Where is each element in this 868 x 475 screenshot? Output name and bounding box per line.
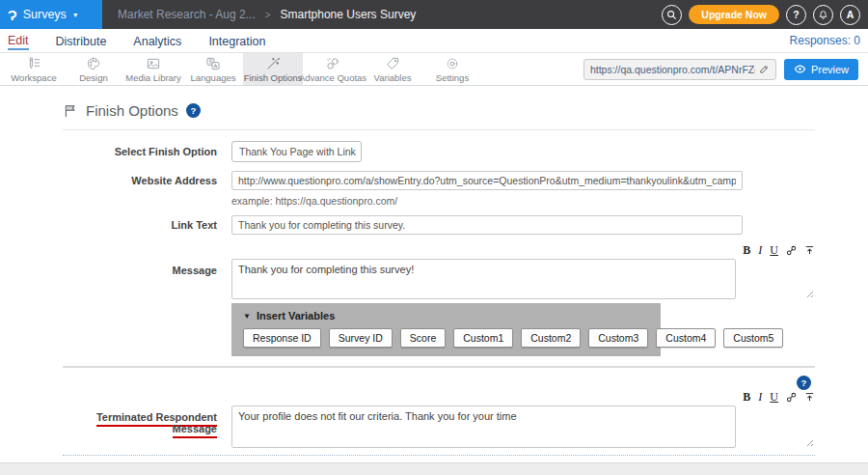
toolbar-item-label: Settings <box>436 72 469 83</box>
notifications-button[interactable] <box>813 5 833 25</box>
responses-count[interactable]: Responses: 0 <box>790 34 860 47</box>
toolbar-item-variables[interactable]: Variables <box>363 53 422 85</box>
toolbar-item-label: Languages <box>190 72 235 83</box>
breadcrumb-folder[interactable]: Market Research - Aug 2... <box>118 8 256 21</box>
toolbar-item-finish-options[interactable]: Finish Options <box>243 53 303 85</box>
tab-edit[interactable]: Edit <box>8 32 29 50</box>
insert-variables-buttons: Response ID Survey ID Score Custom1 Cust… <box>243 328 649 348</box>
product-switcher[interactable]: Ɂ Surveys ▼ <box>0 0 102 29</box>
toolbar-item-label: Design <box>79 72 108 83</box>
questionpro-logo-icon: Ɂ <box>8 8 17 22</box>
palette-icon <box>86 56 101 71</box>
variable-button-response-id[interactable]: Response ID <box>243 328 321 348</box>
save-row: Save Changes <box>63 455 815 462</box>
upload-image-icon <box>804 392 815 403</box>
insert-image-button[interactable] <box>804 392 815 403</box>
variable-button-custom1[interactable]: Custom1 <box>453 328 513 348</box>
toolbar-item-settings[interactable]: Settings <box>422 53 482 85</box>
footer-strip <box>0 462 868 475</box>
toolbar-item-advance-quotas[interactable]: Advance Quotas <box>303 53 363 85</box>
tag-icon <box>385 56 400 71</box>
workspace-icon <box>26 56 41 71</box>
question-mark-icon: ? <box>793 10 799 20</box>
underline-button[interactable]: U <box>770 244 778 256</box>
tab-analytics[interactable]: Analytics <box>133 33 181 49</box>
edit-toolbar: Workspace Design Media Library Languages… <box>0 53 868 86</box>
topbar-actions: Upgrade Now ? A <box>662 5 868 25</box>
tab-integration[interactable]: Integration <box>208 33 265 49</box>
insert-link-button[interactable] <box>786 392 797 403</box>
preview-button-label: Preview <box>811 64 849 75</box>
finish-flag-icon <box>63 103 78 119</box>
toolbar-item-label: Finish Options <box>244 72 303 83</box>
terminated-help-row: ? <box>63 368 815 390</box>
terminated-message-label: Terminated Respondent Message <box>63 390 231 434</box>
finish-option-select[interactable]: Thank You Page with Link <box>231 141 362 162</box>
edit-url-button[interactable] <box>759 64 770 74</box>
pencil-icon <box>759 64 770 74</box>
avatar-button[interactable]: A <box>840 5 860 25</box>
italic-button[interactable]: I <box>758 391 762 403</box>
variable-button-score[interactable]: Score <box>400 328 446 348</box>
bell-icon <box>818 10 828 20</box>
insert-variables-toggle[interactable]: ▼ Insert Variables <box>243 310 649 321</box>
breadcrumb-survey-name[interactable]: Smartphone Users Survey <box>281 8 417 21</box>
top-bar: Ɂ Surveys ▼ Market Research - Aug 2... >… <box>0 0 868 29</box>
eye-icon <box>794 63 806 75</box>
help-button[interactable]: ? <box>786 5 806 25</box>
toolbar-item-media-library[interactable]: Media Library <box>123 53 183 85</box>
survey-url-value: https://qa.questionpro.com/t/APNrFZgQ <box>590 64 755 75</box>
upload-image-icon <box>804 245 815 256</box>
website-address-label: Website Address <box>63 171 231 186</box>
variable-button-survey-id[interactable]: Survey ID <box>329 328 393 348</box>
caret-down-icon: ▼ <box>243 312 251 321</box>
link-text-label: Link Text <box>63 219 231 231</box>
caret-down-icon: ▼ <box>72 12 79 18</box>
terminated-message-textarea[interactable]: Your profile does not fit our criteria. … <box>231 405 736 448</box>
message-row: Message B I U Thank you for <box>63 243 815 356</box>
terminated-help-icon[interactable]: ? <box>797 376 811 390</box>
insert-variables-title: Insert Variables <box>257 310 335 321</box>
survey-url-field[interactable]: https://qa.questionpro.com/t/APNrFZgQ <box>583 59 776 80</box>
resize-handle[interactable] <box>804 437 813 446</box>
breadcrumb: Market Research - Aug 2... > Smartphone … <box>102 8 662 21</box>
bold-button[interactable]: B <box>743 391 750 403</box>
preview-button[interactable]: Preview <box>784 59 858 80</box>
terminated-message-row: Terminated Respondent Message B I U <box>63 390 815 448</box>
magic-wand-icon <box>265 56 281 71</box>
breadcrumb-separator: > <box>265 10 271 20</box>
upgrade-now-button[interactable]: Upgrade Now <box>689 5 779 24</box>
select-finish-option-label: Select Finish Option <box>63 146 231 157</box>
link-icon <box>786 392 797 403</box>
italic-button[interactable]: I <box>758 244 762 256</box>
toolbar-item-label: Workspace <box>11 72 56 83</box>
toolbar-item-label: Advance Quotas <box>299 72 366 83</box>
toolbar-item-workspace[interactable]: Workspace <box>4 53 64 85</box>
link-icon <box>786 245 797 256</box>
variable-button-custom5[interactable]: Custom5 <box>723 328 783 348</box>
finish-options-panel: Finish Options ? Select Finish Option Th… <box>0 86 868 462</box>
toolbar-item-languages[interactable]: Languages <box>183 53 243 85</box>
finish-options-help-icon[interactable]: ? <box>186 103 201 118</box>
survey-nav-tabs: Edit Distribute Analytics Integration <box>8 32 265 50</box>
variable-button-custom4[interactable]: Custom4 <box>656 328 716 348</box>
search-icon <box>666 10 677 20</box>
toolbar-item-label: Media Library <box>125 72 181 83</box>
search-button[interactable] <box>662 5 682 25</box>
translate-icon <box>205 56 221 71</box>
section-title-row: Finish Options ? <box>63 86 815 130</box>
resize-handle[interactable] <box>804 289 813 297</box>
variable-button-custom3[interactable]: Custom3 <box>588 328 648 348</box>
message-textarea[interactable]: Thank you for completing this survey! <box>231 259 736 299</box>
bold-button[interactable]: B <box>743 244 750 256</box>
underline-button[interactable]: U <box>770 391 778 403</box>
link-text-input[interactable] <box>231 215 743 235</box>
website-address-input[interactable] <box>231 171 743 190</box>
insert-variables-panel: ▼ Insert Variables Response ID Survey ID… <box>231 303 661 356</box>
toolbar-item-design[interactable]: Design <box>64 53 123 85</box>
insert-link-button[interactable] <box>786 245 797 256</box>
website-address-row: Website Address example: https://qa.ques… <box>63 171 815 207</box>
insert-image-button[interactable] <box>804 245 815 256</box>
tab-distribute[interactable]: Distribute <box>56 33 107 49</box>
variable-button-custom2[interactable]: Custom2 <box>521 328 581 348</box>
